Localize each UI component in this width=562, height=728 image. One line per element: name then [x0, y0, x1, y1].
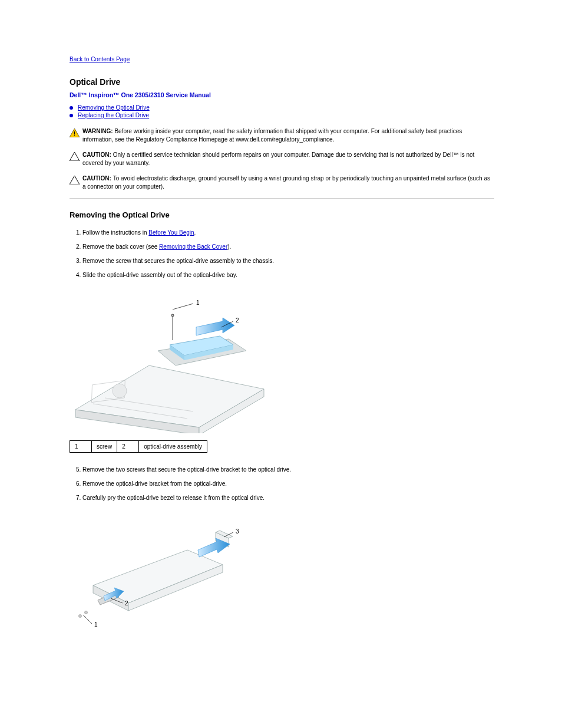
step-item: Remove the optical-drive bracket from th…: [82, 479, 494, 489]
svg-line-18: [173, 304, 193, 309]
step-item: Slide the optical-drive assembly out of …: [82, 270, 494, 280]
caution-notice: CAUTION: Only a certified service techni…: [70, 151, 494, 167]
warning-icon: !: [70, 129, 82, 139]
step-text: Follow the instructions in: [82, 229, 148, 236]
caution-icon: [70, 152, 82, 162]
procedure-steps: Remove the two screws that secure the op…: [70, 465, 494, 503]
figure-drive-bracket: 3 2 1: [70, 509, 276, 634]
step-item: Remove the screw that secures the optica…: [82, 256, 494, 266]
svg-point-35: [85, 611, 88, 614]
step-item: Carefully pry the optical-drive bezel to…: [82, 493, 494, 503]
svg-marker-2: [70, 152, 80, 161]
callout-label: optical-drive assembly: [139, 441, 207, 453]
step-item: Remove the two screws that secure the op…: [82, 465, 494, 475]
step-item: Follow the instructions in Before You Be…: [82, 228, 494, 238]
warning-prefix: WARNING:: [82, 128, 114, 134]
list-item: Replacing the Optical Drive: [70, 112, 494, 118]
bullet-icon: [70, 114, 73, 117]
callout-table: 1 screw 2 optical-drive assembly: [70, 440, 207, 453]
caution-prefix: CAUTION:: [82, 175, 113, 182]
callout-num: 1: [70, 441, 92, 453]
svg-text:1: 1: [94, 621, 98, 628]
bullet-icon: [70, 106, 73, 110]
manual-title: Dell™ Inspiron™ One 2305/2310 Service Ma…: [70, 91, 494, 98]
before-you-begin-link[interactable]: Before You Begin: [148, 229, 194, 236]
step-text: ).: [227, 243, 231, 250]
svg-point-10: [113, 384, 127, 398]
caution-icon: [70, 176, 82, 186]
svg-point-17: [171, 314, 174, 317]
step-item: Remove the back cover (see Removing the …: [82, 242, 494, 252]
warning-notice: ! WARNING: Before working inside your co…: [70, 127, 494, 144]
page-title: Optical Drive: [70, 77, 494, 87]
back-to-contents-link[interactable]: Back to Contents Page: [70, 56, 130, 62]
caution-text: CAUTION: Only a certified service techni…: [82, 151, 494, 167]
svg-text:!: !: [74, 131, 75, 137]
procedure-steps: Follow the instructions in Before You Be…: [70, 228, 494, 280]
figure-drive-bay: 1 2: [70, 286, 276, 434]
caution-prefix: CAUTION:: [82, 151, 113, 158]
section-divider: [70, 198, 494, 199]
callout-num: 2: [117, 441, 139, 453]
caution-notice: CAUTION: To avoid electrostatic discharg…: [70, 174, 494, 191]
svg-text:2: 2: [236, 317, 239, 324]
topic-link-remove[interactable]: Removing the Optical Drive: [78, 104, 150, 111]
step-text: .: [194, 229, 196, 236]
warning-text: WARNING: Before working inside your comp…: [82, 127, 494, 144]
step-text: Remove the back cover (see: [82, 243, 159, 250]
back-cover-link[interactable]: Removing the Back Cover: [159, 243, 227, 250]
svg-point-34: [79, 615, 82, 618]
svg-text:2: 2: [125, 600, 128, 607]
table-row: 1 screw 2 optical-drive assembly: [70, 441, 207, 453]
svg-marker-3: [70, 176, 80, 185]
caution-body: Only a certified service technician shou…: [82, 151, 474, 166]
caution-body: To avoid electrostatic discharge, ground…: [82, 175, 490, 190]
warning-body: Before working inside your computer, rea…: [82, 128, 462, 143]
svg-text:3: 3: [236, 528, 239, 535]
caution-text: CAUTION: To avoid electrostatic discharg…: [82, 174, 494, 191]
svg-marker-15: [196, 318, 234, 335]
list-item: Removing the Optical Drive: [70, 104, 494, 111]
topic-link-replace[interactable]: Replacing the Optical Drive: [78, 112, 149, 118]
svg-text:1: 1: [196, 299, 200, 306]
topic-list: Removing the Optical Drive Replacing the…: [70, 104, 494, 118]
section-heading-remove: Removing the Optical Drive: [70, 210, 494, 219]
svg-line-36: [83, 615, 92, 624]
callout-label: screw: [92, 441, 117, 453]
